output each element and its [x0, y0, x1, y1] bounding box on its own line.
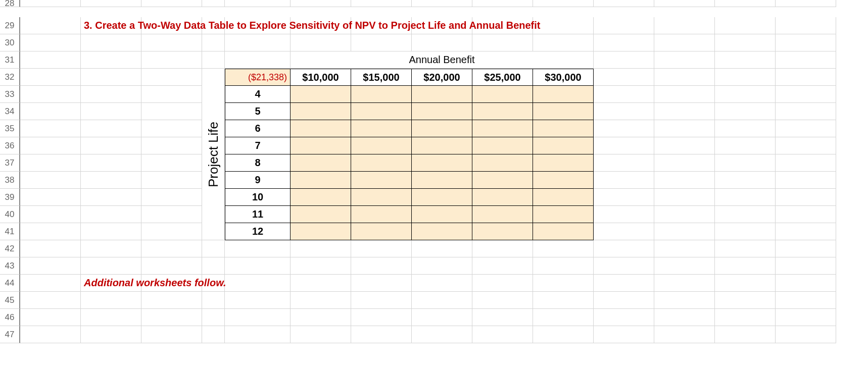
cell[interactable] [225, 51, 291, 69]
cell[interactable] [20, 172, 81, 189]
cell[interactable] [654, 292, 715, 309]
data-cell[interactable] [351, 120, 412, 137]
cell[interactable] [715, 137, 776, 154]
cell[interactable] [654, 223, 715, 240]
cell[interactable] [141, 309, 202, 326]
cell[interactable] [776, 34, 836, 51]
cell[interactable] [20, 326, 81, 343]
cell[interactable] [715, 275, 776, 292]
row-header[interactable]: 41 [0, 223, 20, 240]
data-cell[interactable] [351, 137, 412, 154]
data-cell[interactable] [351, 189, 412, 206]
cell[interactable] [776, 51, 836, 69]
cell[interactable] [654, 120, 715, 137]
cell[interactable] [715, 240, 776, 257]
cell[interactable] [715, 309, 776, 326]
cell[interactable] [776, 137, 836, 154]
data-cell[interactable] [412, 137, 472, 154]
cell[interactable] [412, 257, 472, 275]
column-axis-label[interactable]: Annual Benefit [291, 51, 594, 69]
cell[interactable] [533, 326, 594, 343]
cell[interactable] [594, 326, 654, 343]
cell[interactable] [715, 86, 776, 103]
data-cell[interactable] [291, 223, 351, 240]
data-cell[interactable] [472, 172, 533, 189]
cell[interactable] [776, 103, 836, 120]
cell[interactable] [776, 223, 836, 240]
cell[interactable] [20, 223, 81, 240]
cell[interactable] [202, 257, 225, 275]
cell[interactable] [776, 257, 836, 275]
cell[interactable] [351, 309, 412, 326]
cell[interactable] [202, 0, 225, 7]
cell[interactable] [654, 34, 715, 51]
cell[interactable] [141, 120, 202, 137]
data-cell[interactable] [291, 154, 351, 172]
cell[interactable] [141, 257, 202, 275]
data-cell[interactable] [291, 189, 351, 206]
data-cell[interactable] [412, 103, 472, 120]
cell[interactable] [20, 257, 81, 275]
cell[interactable] [81, 0, 141, 7]
cell[interactable] [594, 189, 654, 206]
cell[interactable] [715, 51, 776, 69]
cell[interactable] [81, 292, 141, 309]
row-header-life-1[interactable]: 5 [225, 103, 291, 120]
cell[interactable] [141, 34, 202, 51]
data-table-corner-npv[interactable]: ($21,338) [225, 69, 291, 86]
cell[interactable] [412, 275, 472, 292]
cell[interactable] [20, 137, 81, 154]
cell[interactable] [81, 51, 141, 69]
cell[interactable] [533, 257, 594, 275]
cell[interactable] [81, 34, 141, 51]
data-cell[interactable] [412, 154, 472, 172]
cell[interactable] [225, 0, 291, 7]
cell[interactable] [594, 240, 654, 257]
cell[interactable] [81, 154, 141, 172]
data-cell[interactable] [351, 154, 412, 172]
data-cell[interactable] [412, 189, 472, 206]
cell[interactable] [654, 103, 715, 120]
col-header-benefit-3[interactable]: $25,000 [472, 69, 533, 86]
cell[interactable] [412, 292, 472, 309]
data-cell[interactable] [472, 206, 533, 223]
cell[interactable] [412, 0, 472, 7]
cell[interactable] [594, 275, 654, 292]
data-cell[interactable] [351, 103, 412, 120]
cell[interactable] [472, 0, 533, 7]
cell[interactable] [202, 326, 225, 343]
cell[interactable] [291, 0, 351, 7]
cell[interactable] [715, 154, 776, 172]
row-header[interactable]: 45 [0, 292, 20, 309]
cell[interactable] [654, 0, 715, 7]
data-cell[interactable] [533, 137, 594, 154]
row-header-life-2[interactable]: 6 [225, 120, 291, 137]
cell[interactable] [81, 257, 141, 275]
cell[interactable] [81, 309, 141, 326]
cell[interactable] [533, 34, 594, 51]
cell[interactable] [715, 17, 776, 34]
cell[interactable] [351, 240, 412, 257]
cell[interactable] [654, 154, 715, 172]
cell[interactable] [141, 86, 202, 103]
data-cell[interactable] [472, 86, 533, 103]
cell[interactable] [351, 326, 412, 343]
row-header[interactable]: 33 [0, 86, 20, 103]
cell[interactable] [715, 257, 776, 275]
cell[interactable] [20, 86, 81, 103]
row-header[interactable]: 32 [0, 69, 20, 86]
cell[interactable] [20, 69, 81, 86]
cell[interactable] [654, 275, 715, 292]
cell[interactable] [291, 275, 351, 292]
data-cell[interactable] [472, 223, 533, 240]
row-header[interactable]: 36 [0, 137, 20, 154]
cell[interactable] [594, 69, 654, 86]
cell[interactable] [715, 34, 776, 51]
data-cell[interactable] [472, 137, 533, 154]
cell[interactable] [594, 137, 654, 154]
cell[interactable] [654, 69, 715, 86]
cell[interactable] [141, 172, 202, 189]
cell[interactable] [654, 189, 715, 206]
cell[interactable] [654, 86, 715, 103]
cell[interactable] [141, 51, 202, 69]
